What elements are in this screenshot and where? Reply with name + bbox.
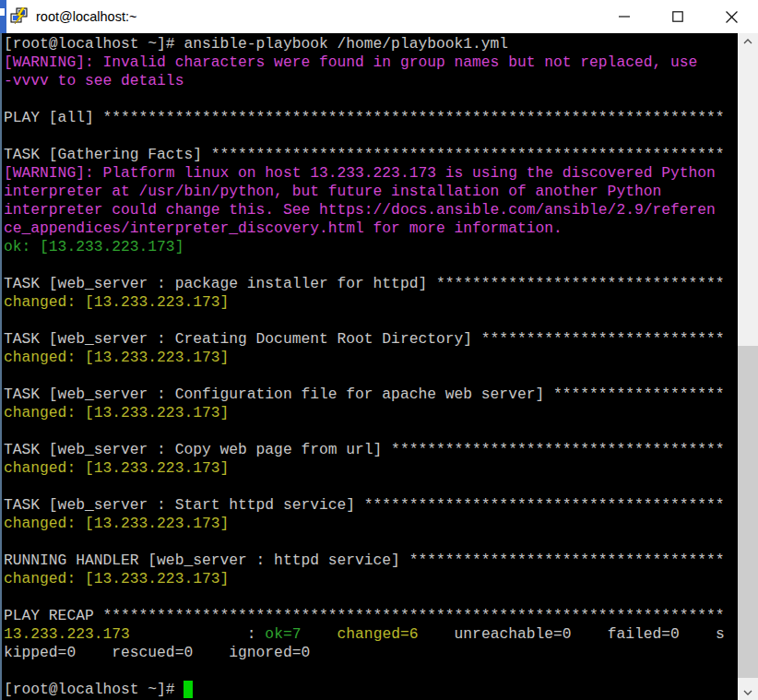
maximize-icon xyxy=(672,11,683,22)
terminal-screen[interactable]: [root@localhost ~]# ansible-playbook /ho… xyxy=(2,33,738,700)
terminal-text: TASK [Gathering Facts] *****************… xyxy=(4,146,725,163)
putty-window: root@localhost:~ [root@localhost ~]# ans… xyxy=(0,0,758,700)
terminal-text: TASK [web_server : Copy web page from ur… xyxy=(4,441,725,458)
terminal-text: : xyxy=(130,625,266,643)
terminal-line: ok: [13.233.223.173] xyxy=(4,238,738,256)
maximize-button[interactable] xyxy=(651,0,705,33)
terminal-text: TASK [web_server : Start httpd service] … xyxy=(4,496,725,514)
terminal-line xyxy=(4,127,738,146)
terminal-line: changed: [13.233.223.173] xyxy=(4,515,738,533)
chevron-up-icon xyxy=(743,39,752,44)
terminal-text: [WARNING]: Platform linux on host 13.233… xyxy=(4,164,716,182)
terminal-line xyxy=(4,588,738,607)
terminal-cursor xyxy=(184,681,193,698)
terminal-line: changed: [13.233.223.173] xyxy=(4,459,738,478)
terminal-line: TASK [web_server : Configuration file fo… xyxy=(4,386,738,404)
terminal-line: RUNNING HANDLER [web_server : httpd serv… xyxy=(4,552,738,570)
terminal-text: [root@localhost ~]# ansible-playbook /ho… xyxy=(4,35,508,53)
terminal-line: TASK [Gathering Facts] *****************… xyxy=(4,146,738,164)
terminal-text: changed: [13.233.223.173] xyxy=(4,515,229,532)
putty-icon xyxy=(10,7,29,26)
scroll-down-button[interactable] xyxy=(738,684,758,700)
terminal-line: TASK [web_server : Copy web page from ur… xyxy=(4,441,738,459)
terminal-text: changed: [13.233.223.173] xyxy=(4,293,229,311)
terminal-text: 13.233.223.173 xyxy=(4,625,130,643)
terminal-text: ok: [13.233.223.173] xyxy=(4,238,184,255)
terminal-text: PLAY RECAP *****************************… xyxy=(4,607,725,624)
scrollbar[interactable] xyxy=(738,33,758,700)
terminal-text: changed: [13.233.223.173] xyxy=(4,349,229,366)
terminal-text: changed: [13.233.223.173] xyxy=(4,459,229,477)
scrollbar-thumb[interactable] xyxy=(738,346,758,678)
terminal-line: [WARNING]: Platform linux on host 13.233… xyxy=(4,164,738,183)
terminal-line: changed: [13.233.223.173] xyxy=(4,404,738,422)
terminal-text: -vvvv to see details xyxy=(4,72,184,89)
terminal-line: kipped=0 rescued=0 ignored=0 xyxy=(4,644,738,662)
terminal-line xyxy=(4,422,738,441)
scroll-up-button[interactable] xyxy=(738,33,758,49)
terminal-line: changed: [13.233.223.173] xyxy=(4,349,738,367)
terminal-text: changed: [13.233.223.173] xyxy=(4,570,229,587)
background-window-notch xyxy=(0,8,5,16)
terminal-line: -vvvv to see details xyxy=(4,72,738,90)
terminal-text: unreachable=0 failed=0 s xyxy=(418,625,724,643)
terminal-text: changed: [13.233.223.173] xyxy=(4,404,229,421)
background-window-edge xyxy=(0,0,6,33)
terminal-line xyxy=(4,533,738,552)
terminal-text: TASK [web_server : Configuration file fo… xyxy=(4,386,725,403)
terminal-line: PLAY [all] *****************************… xyxy=(4,109,738,127)
terminal-text: [root@localhost ~]# xyxy=(4,681,184,698)
terminal-text: interpreter could change this. See https… xyxy=(4,201,716,219)
chevron-down-icon xyxy=(743,690,752,695)
terminal-line: [root@localhost ~]# xyxy=(4,681,738,699)
terminal-text xyxy=(301,625,337,643)
terminal-text: ce_appendices/interpreter_discovery.html… xyxy=(4,219,563,237)
caption-buttons xyxy=(598,0,758,33)
terminal-text: changed=6 xyxy=(338,625,419,643)
terminal-line xyxy=(4,662,738,681)
terminal-line: TASK [web_server : Creating Document Roo… xyxy=(4,330,738,349)
terminal-text: RUNNING HANDLER [web_server : httpd serv… xyxy=(4,552,725,569)
title-bar[interactable]: root@localhost:~ xyxy=(0,0,758,33)
terminal-line xyxy=(4,478,738,496)
terminal-line: 13.233.223.173 : ok=7 changed=6 unreacha… xyxy=(4,625,738,644)
terminal-line xyxy=(4,90,738,109)
terminal-line: interpreter at /usr/bin/python, but futu… xyxy=(4,183,738,201)
close-icon xyxy=(726,11,738,23)
terminal-text: TASK [web_server : Creating Document Roo… xyxy=(4,330,725,348)
terminal-text: PLAY [all] *****************************… xyxy=(4,109,725,126)
window-title: root@localhost:~ xyxy=(36,9,136,24)
terminal-line: [root@localhost ~]# ansible-playbook /ho… xyxy=(4,35,738,53)
terminal-text: kipped=0 rescued=0 ignored=0 xyxy=(4,644,310,661)
minimize-icon xyxy=(619,11,630,22)
terminal-line: TASK [web_server : package installer for… xyxy=(4,275,738,293)
terminal-line xyxy=(4,367,738,386)
terminal-line: changed: [13.233.223.173] xyxy=(4,570,738,588)
terminal-line xyxy=(4,256,738,275)
terminal-text: [WARNING]: Invalid characters were found… xyxy=(4,53,697,71)
terminal-line: TASK [web_server : Start httpd service] … xyxy=(4,496,738,515)
terminal-line xyxy=(4,312,738,330)
terminal-line: PLAY RECAP *****************************… xyxy=(4,607,738,625)
terminal-text: TASK [web_server : package installer for… xyxy=(4,275,725,292)
terminal-line: [WARNING]: Invalid characters were found… xyxy=(4,53,738,72)
terminal-line: ce_appendices/interpreter_discovery.html… xyxy=(4,219,738,238)
terminal-line: interpreter could change this. See https… xyxy=(4,201,738,219)
terminal-text: interpreter at /usr/bin/python, but futu… xyxy=(4,183,661,200)
terminal-text: ok=7 xyxy=(265,625,301,643)
minimize-button[interactable] xyxy=(598,0,651,33)
close-button[interactable] xyxy=(705,0,758,33)
terminal-line: changed: [13.233.223.173] xyxy=(4,293,738,312)
